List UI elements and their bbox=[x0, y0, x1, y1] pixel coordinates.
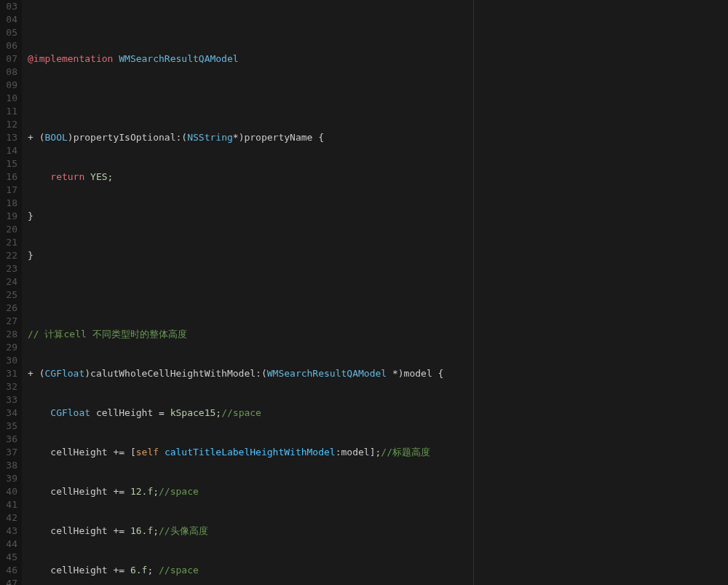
line-number-gutter: 0304050607080910111213141516171819202122… bbox=[0, 0, 22, 585]
line-number: 21 bbox=[0, 236, 17, 249]
code-line[interactable]: cellHeight += 12.f;//space bbox=[28, 485, 728, 498]
line-number: 47 bbox=[0, 577, 17, 585]
line-number: 37 bbox=[0, 446, 17, 459]
code-line[interactable]: // 计算cell 不同类型时的整体高度 bbox=[28, 328, 728, 341]
line-number: 13 bbox=[0, 131, 17, 144]
code-line[interactable]: @implementation WMSearchResultQAModel bbox=[28, 52, 728, 66]
line-number: 30 bbox=[0, 354, 17, 367]
line-number: 11 bbox=[0, 105, 17, 118]
code-area[interactable]: @implementation WMSearchResultQAModel + … bbox=[22, 0, 728, 585]
code-line[interactable] bbox=[28, 92, 728, 105]
line-number: 26 bbox=[0, 302, 17, 315]
line-number: 39 bbox=[0, 472, 17, 485]
line-number: 44 bbox=[0, 538, 17, 551]
line-number: 46 bbox=[0, 564, 17, 577]
line-number: 05 bbox=[0, 26, 17, 39]
line-number: 12 bbox=[0, 118, 17, 131]
code-line[interactable]: + (CGFloat)calutWholeCellHeightWithModel… bbox=[28, 367, 728, 380]
line-number: 08 bbox=[0, 66, 17, 79]
line-number: 35 bbox=[0, 420, 17, 433]
line-number: 40 bbox=[0, 485, 17, 498]
code-line[interactable] bbox=[28, 288, 728, 302]
line-number: 09 bbox=[0, 79, 17, 92]
line-number: 10 bbox=[0, 92, 17, 105]
line-number: 27 bbox=[0, 315, 17, 328]
line-number: 19 bbox=[0, 210, 17, 223]
line-number: 31 bbox=[0, 367, 17, 380]
code-line[interactable]: } bbox=[28, 249, 728, 262]
code-line[interactable]: cellHeight += 6.f; //space bbox=[28, 564, 728, 577]
line-number: 34 bbox=[0, 407, 17, 420]
line-number: 42 bbox=[0, 511, 17, 525]
line-number: 06 bbox=[0, 39, 17, 52]
line-number: 17 bbox=[0, 184, 17, 197]
code-editor[interactable]: 0304050607080910111213141516171819202122… bbox=[0, 0, 728, 585]
line-number: 41 bbox=[0, 498, 17, 511]
line-number: 16 bbox=[0, 170, 17, 184]
line-number: 29 bbox=[0, 341, 17, 354]
code-line[interactable]: cellHeight += [self calutTitleLabelHeigh… bbox=[28, 446, 728, 459]
line-number: 20 bbox=[0, 223, 17, 236]
line-number: 25 bbox=[0, 288, 17, 302]
line-number: 04 bbox=[0, 13, 17, 26]
line-number: 36 bbox=[0, 433, 17, 446]
line-number: 38 bbox=[0, 459, 17, 472]
line-number: 18 bbox=[0, 197, 17, 210]
line-number: 03 bbox=[0, 0, 17, 13]
line-number: 22 bbox=[0, 249, 17, 262]
code-line[interactable]: } bbox=[28, 210, 728, 223]
line-number: 14 bbox=[0, 144, 17, 157]
line-number: 33 bbox=[0, 393, 17, 407]
line-number: 15 bbox=[0, 157, 17, 170]
code-line[interactable]: CGFloat cellHeight = kSpace15;//space bbox=[28, 407, 728, 420]
line-number: 23 bbox=[0, 262, 17, 275]
line-number: 45 bbox=[0, 551, 17, 564]
code-line[interactable]: + (BOOL)propertyIsOptional:(NSString*)pr… bbox=[28, 131, 728, 144]
code-line[interactable]: return YES; bbox=[28, 170, 728, 184]
line-number: 43 bbox=[0, 525, 17, 538]
line-number: 32 bbox=[0, 380, 17, 393]
line-number: 28 bbox=[0, 328, 17, 341]
code-line[interactable]: cellHeight += 16.f;//头像高度 bbox=[28, 525, 728, 538]
line-number: 07 bbox=[0, 52, 17, 66]
line-number: 24 bbox=[0, 275, 17, 288]
